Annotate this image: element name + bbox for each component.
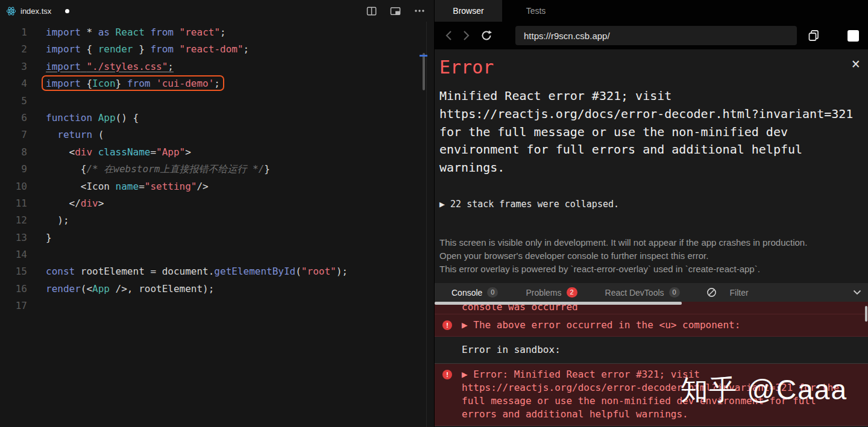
url-input[interactable]: https://r9scn.csb.app/ [515,26,797,45]
count-badge: 2 [567,287,577,298]
browser-tab-browser[interactable]: Browser [435,0,502,22]
line-number: 4 [0,75,27,92]
line-number: 6 [0,110,27,126]
line-text: } [27,229,52,246]
tab-label: Problems [526,288,561,298]
browser-navbar: https://r9scn.csb.app/ [435,22,868,49]
code-line[interactable]: 11 </div> [0,195,434,212]
line-text: </div> [27,195,104,212]
line-number: 2 [0,41,27,58]
code-line[interactable]: 7 return ( [0,126,434,143]
back-icon[interactable] [445,30,452,41]
code-line[interactable]: 9 {/* 在webstorm上直接报错不给运行 */} [0,161,434,178]
line-number: 8 [0,144,27,161]
detach-window-icon[interactable] [848,30,859,42]
line-text: ); [27,212,69,229]
code-editor[interactable]: 1import * as React from "react";2import … [0,22,434,315]
error-icon: ! [442,320,452,330]
line-text: <div className="App"> [27,144,191,161]
unsaved-indicator-icon [65,9,69,13]
horizontal-scrollbar-thumb[interactable] [435,302,682,305]
line-text [27,298,46,314]
line-text [27,246,46,263]
line-text: import * as React from "react"; [27,24,226,41]
code-line[interactable]: 12 ); [0,212,434,229]
error-overlay: Error × Minified React error #321; visit… [435,49,868,283]
preview-window-icon[interactable] [390,6,401,16]
line-text: import { render } from "react-dom"; [27,41,249,58]
highlighted-import-box: import {Icon} from 'cui-demo'; [42,75,224,91]
error-overlay-title: Error [439,57,864,78]
tab-label: React DevTools [605,288,664,298]
console-tab-console[interactable]: Console0 [451,287,498,298]
code-line[interactable]: 14 [0,246,434,263]
editor-header: index.tsx [0,0,434,22]
console-row-text: ▶ The above error occurred in the <u> co… [462,319,740,332]
line-number: 9 [0,161,27,178]
url-text: https://r9scn.csb.app/ [524,31,610,41]
code-line[interactable]: 2import { render } from "react-dom"; [0,41,434,58]
filter-input[interactable]: Filter [730,288,749,298]
console-tab-problems[interactable]: Problems2 [526,287,577,298]
vertical-scrollbar-thumb[interactable] [865,306,867,322]
more-options-icon[interactable] [414,9,425,13]
code-line[interactable]: 8 <div className="App"> [0,144,434,161]
line-text: function App() { [27,110,139,126]
line-number: 13 [0,229,27,246]
chevron-down-icon[interactable] [853,290,861,295]
console-row-text: Error in sandbox: [462,343,561,357]
console-row[interactable]: !▶ The above error occurred in the <u> c… [435,314,868,337]
count-badge: 0 [669,287,680,298]
line-number: 11 [0,195,27,212]
line-text: const rootElement = document.getElementB… [27,263,348,280]
line-text: import "./styles.css"; [27,58,174,75]
stack-frames-toggle[interactable]: ▶ 22 stack frames were collapsed. [439,199,864,210]
code-line[interactable]: 16render(<App />, rootElement); [0,281,434,298]
footer-line: This screen is visible only in developme… [439,236,807,249]
line-text: return ( [27,126,104,143]
editor-scrollbar-thumb[interactable] [423,53,425,90]
console-row[interactable]: Error in sandbox: [435,337,868,364]
line-number: 15 [0,263,27,280]
code-line[interactable]: 6function App() { [0,110,434,126]
code-line[interactable]: 4import {Icon} from 'cui-demo'; [0,75,434,92]
line-number: 7 [0,126,27,143]
code-line[interactable]: 5 [0,93,434,110]
file-name: index.tsx [20,7,51,16]
line-text: render(<App />, rootElement); [27,281,214,298]
editor-panel: index.tsx 1import * as React from "react… [0,0,434,427]
footer-line: This error overlay is powered by `react-… [439,263,807,276]
line-text: {/* 在webstorm上直接报错不给运行 */} [27,161,270,178]
codesandbox-window: index.tsx 1import * as React from "react… [0,0,868,427]
error-message: Minified React error #321; visit https:/… [439,87,864,177]
panel-split-handle[interactable] [426,22,427,427]
watermark: 知乎 @Caaa [681,372,848,409]
line-text [27,93,46,110]
file-tab[interactable]: index.tsx [6,6,69,16]
count-badge: 0 [487,287,498,298]
error-icon: ! [442,370,452,379]
browser-tab-tests[interactable]: Tests [502,0,570,22]
code-line[interactable]: 1import * as React from "react"; [0,24,434,41]
line-number: 10 [0,178,27,195]
browser-panel: BrowserTests https://r9scn.csb.app/ Erro… [434,0,868,427]
clear-console-icon[interactable] [706,287,717,298]
overlay-footer: This screen is visible only in developme… [439,236,807,276]
line-number: 12 [0,212,27,229]
code-line[interactable]: 17 [0,298,434,314]
console-tab-react-devtools[interactable]: React DevTools0 [605,287,680,298]
forward-icon[interactable] [463,30,470,41]
console-tabbar: Console0Problems2React DevTools0 Filter [435,283,868,302]
line-number: 16 [0,281,27,298]
line-number: 1 [0,24,27,41]
line-number: 3 [0,58,27,75]
code-line[interactable]: 13} [0,229,434,246]
code-line[interactable]: 3import "./styles.css"; [0,58,434,75]
copy-url-icon[interactable] [808,30,820,42]
code-line[interactable]: 15const rootElement = document.getElemen… [0,263,434,280]
refresh-icon[interactable] [480,30,492,42]
split-view-icon[interactable] [366,6,377,16]
close-icon[interactable]: × [852,57,860,71]
code-line[interactable]: 10 <Icon name="setting"/> [0,178,434,195]
scrollbar-change-marker [420,55,427,57]
